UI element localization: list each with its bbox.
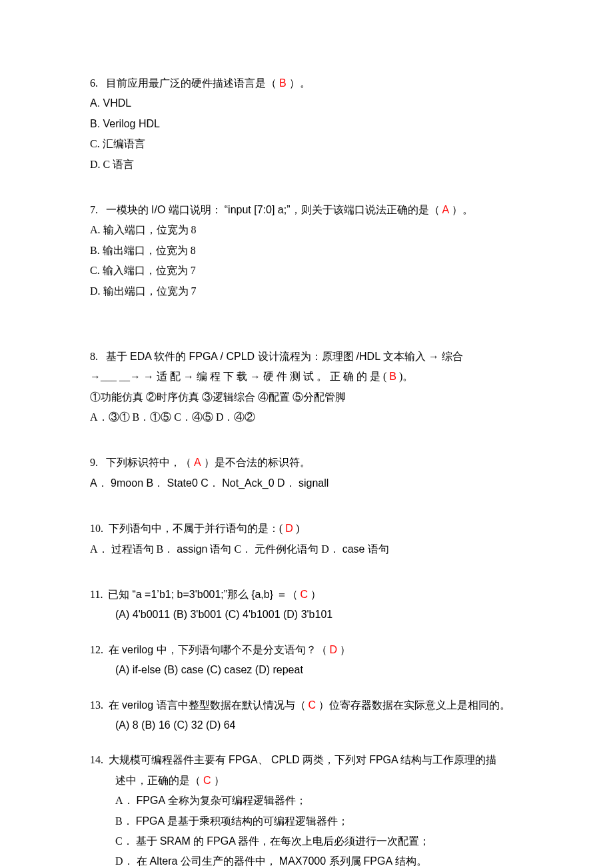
q10-number: 10. — [90, 523, 103, 534]
q14-ob-b: 是基于乘积项结构的可编程逻辑器件； — [167, 815, 348, 827]
q8-latin1: EDA — [130, 351, 154, 362]
question-12: 12. 在 verilog 中，下列语句哪个不是分支语句？（ D ） (A) i… — [90, 640, 533, 681]
q6-text-before: 目前应用最广泛的硬件描述语言是（ — [106, 77, 279, 89]
q9-after: ）是不合法的标识符。 — [201, 457, 310, 468]
q13-tb: 语言中整型数据在默认情况与（ — [157, 699, 308, 711]
q10-after: ) — [293, 523, 299, 534]
question-14-line1: 14. 大规模可编程器件主要有 FPGA、 CPLD 两类，下列对 FPGA 结… — [90, 750, 533, 770]
q13-latin1: verilog — [122, 699, 157, 711]
q9-answer: A — [194, 457, 201, 468]
question-8-line4: A．③① B．①⑤ C．④⑤ D．④② — [90, 407, 533, 427]
q14-oc-a: C． 基于 — [115, 835, 160, 847]
q14-l2b: 述中，正确的是（ — [115, 775, 203, 786]
q6-opt-b: B. Verilog HDL — [90, 118, 160, 129]
q13-ta: 在 — [109, 699, 122, 711]
q7-t4: ）。 — [449, 204, 473, 215]
q11-number: 11. — [90, 589, 103, 600]
question-7-stem: 7. 一模块的 I/O 端口说明： “input [7:0] a;”，则关于该端… — [90, 200, 533, 220]
q6-answer: B — [279, 77, 287, 89]
q14-opt-d: D． 在 Altera 公司生产的器件中， MAX7000 系列属 FPGA 结… — [90, 851, 533, 868]
q14-oa-b: 全称为复杂可编程逻辑器件； — [168, 795, 306, 806]
q11-after: ） — [308, 589, 321, 600]
q12-tb: 中，下列语句哪个不是分支语句？（ — [157, 644, 330, 655]
q10-answer: D — [285, 523, 293, 534]
question-8-line2: →___ __→ → 适配→编程下载→硬件测试。正确的是( B )。 — [90, 367, 533, 387]
q7-opt-b: B. 输出端口，位宽为 8 — [90, 241, 533, 261]
q14-opt-a: A． FPGA 全称为复杂可编程逻辑器件； — [90, 791, 533, 811]
q11-answer: C — [301, 589, 308, 600]
q12-options: (A) if-else (B) case (C) casez (D) repea… — [90, 660, 533, 680]
q14-oc-c: 器件，在每次上电后必须进行一次配置； — [238, 835, 430, 847]
question-13: 13. 在 verilog 语言中整型数据在默认情况与（ C ）位寄存器数据在实… — [90, 695, 533, 736]
q8-number: 8. — [90, 351, 98, 362]
q14-l2a: ） — [211, 775, 225, 786]
q11-eq: ＝（ — [277, 589, 301, 600]
q10-ob: 语句 C． 元件例化语句 D． — [207, 543, 342, 555]
q14-od-latin1: Altera — [150, 855, 181, 867]
q7-latin2: “input [7:0] a;” — [225, 204, 291, 215]
q12-ta: 在 — [109, 644, 122, 655]
q8-l1b: 软件的 — [154, 351, 189, 362]
q8-latin3: /HDL — [356, 351, 383, 362]
q13-answer: C — [308, 699, 316, 711]
q7-opt-c: C. 输入端口，位宽为 7 — [90, 261, 533, 281]
q10-oc: 语句 — [365, 543, 389, 555]
question-11: 11. 已知 “a =1’b1; b=3'b001;”那么 {a,b} ＝（ C… — [90, 585, 533, 625]
q12-answer: D — [330, 644, 338, 655]
q8-answer: B — [389, 371, 396, 382]
q9-before: 下列标识符中，（ — [106, 457, 194, 468]
q10-oa: A． 过程语句 B． — [90, 543, 177, 555]
q10-options: A． 过程语句 B． assign 语句 C． 元件例化语句 D． case 语… — [90, 539, 533, 559]
question-12-stem: 12. 在 verilog 中，下列语句哪个不是分支语句？（ D ） — [90, 640, 533, 660]
q11-latin1: “a =1’b1; b=3'b001;” — [132, 589, 227, 600]
q7-opt-d: D. 输出端口，位宽为 7 — [90, 281, 533, 301]
question-13-stem: 13. 在 verilog 语言中整型数据在默认情况与（ C ）位寄存器数据在实… — [90, 695, 533, 715]
question-7: 7. 一模块的 I/O 端口说明： “input [7:0] a;”，则关于该端… — [90, 200, 533, 301]
question-9-stem: 9. 下列标识符中，（ A ）是不合法的标识符。 — [90, 453, 533, 473]
q13-options: (A) 8 (B) 16 (C) 32 (D) 64 — [90, 715, 533, 735]
q8-paren-open: ( — [383, 371, 389, 382]
q6-opt-a: A. VHDL — [90, 97, 131, 109]
q6-opt-d: D. C 语言 — [90, 159, 134, 170]
q14-oa-latin: FPGA — [137, 795, 168, 806]
q14-oc-latin1: SRAM — [160, 835, 194, 847]
q7-t3: ，则关于该端口说法正确的是（ — [291, 204, 442, 215]
q14-oa-a: A． — [115, 795, 137, 806]
q8-paren-close: )。 — [396, 371, 413, 382]
q8-latin2: FPGA / CPLD — [189, 351, 257, 362]
q10-before: 下列语句中，不属于并行语句的是：( — [109, 523, 285, 534]
q11-options: (A) 4'b0011 (B) 3'b001 (C) 4'b1001 (D) 3… — [90, 605, 533, 625]
q14-od-d: 结构。 — [395, 855, 427, 867]
q14-latin1: FPGA、 CPLD — [229, 754, 303, 765]
q14-tc: 结构与工作原理的描 — [400, 754, 496, 765]
q14-ob-a: B． — [115, 815, 136, 827]
question-14-line2: 述中，正确的是（ C ） — [90, 771, 533, 791]
q14-oc-b: 的 — [193, 835, 207, 847]
question-8: 8. 基于 EDA 软件的 FPGA / CPLD 设计流程为：原理图 /HDL… — [90, 347, 533, 428]
q8-l1d: 文本输入 → 综合 — [383, 351, 463, 362]
q14-opt-b: B． FPGA 是基于乘积项结构的可编程逻辑器件； — [90, 811, 533, 831]
q7-options: A. 输入端口，位宽为 8 B. 输出端口，位宽为 8 C. 输入端口，位宽为 … — [90, 220, 533, 301]
q6-number: 6. — [90, 77, 98, 89]
q14-number: 14. — [90, 754, 103, 765]
q14-od-latin2: MAX7000 — [279, 855, 329, 867]
q11-mid: 那么 — [227, 589, 251, 600]
q10-latin2: case — [342, 543, 365, 555]
q11-before: 已知 — [108, 589, 132, 600]
q13-tc: ）位寄存器数据在实际意义上是相同的。 — [316, 699, 510, 711]
question-8-line3: ①功能仿真 ②时序仿真 ③逻辑综合 ④配置 ⑤分配管脚 — [90, 387, 533, 407]
q9-options: A． 9moon B． State0 C． Not_Ack_0 D． signa… — [90, 473, 533, 493]
q14-od-c: 系列属 — [329, 855, 364, 867]
q9-number: 9. — [90, 457, 98, 468]
q14-ta: 大规模可编程器件主要有 — [109, 754, 229, 765]
q12-number: 12. — [90, 644, 103, 655]
q12-after: ） — [337, 644, 350, 655]
q7-latin1: I/O — [151, 204, 169, 215]
q6-opt-c: C. 汇编语言 — [90, 138, 145, 149]
question-10: 10. 下列语句中，不属于并行语句的是：( D ) A． 过程语句 B． ass… — [90, 519, 533, 559]
question-8-line1: 8. 基于 EDA 软件的 FPGA / CPLD 设计流程为：原理图 /HDL… — [90, 347, 533, 367]
q12-latin1: verilog — [122, 644, 157, 655]
question-14: 14. 大规模可编程器件主要有 FPGA、 CPLD 两类，下列对 FPGA 结… — [90, 750, 533, 868]
q14-od-latin3: FPGA — [364, 855, 395, 867]
q11-latin2: {a,b} — [251, 589, 276, 600]
